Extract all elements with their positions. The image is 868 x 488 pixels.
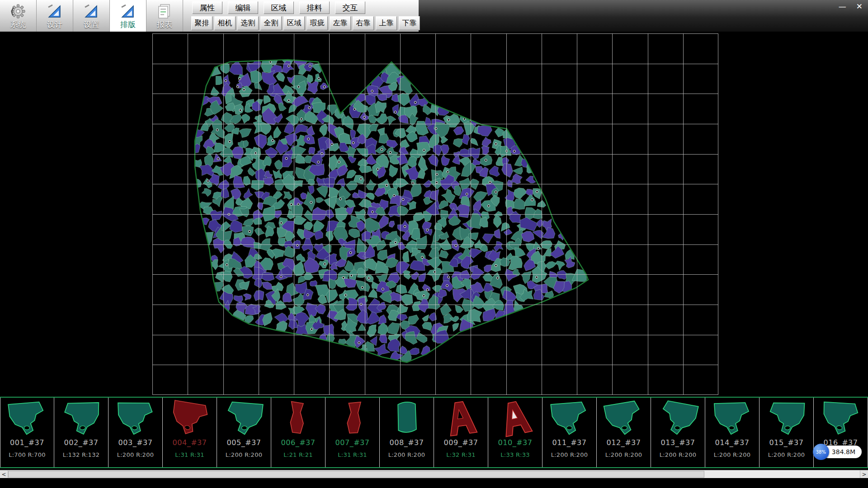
nested-pieces xyxy=(190,54,587,364)
part-thumbnail[interactable]: 001_#37L:700 R:700 xyxy=(0,398,54,467)
part-name: 012_#37 xyxy=(607,438,641,447)
part-thumbnail[interactable]: 003_#37L:200 R:200 xyxy=(108,398,163,467)
tool-button-snap-bottom[interactable]: 下靠 xyxy=(399,16,420,30)
part-thumbnail[interactable]: 008_#37L:200 R:200 xyxy=(380,398,434,467)
tool-button-cluster-nest[interactable]: 聚排 xyxy=(191,16,212,30)
app-button-layout[interactable]: 排版 xyxy=(110,0,146,32)
part-quantity-stats: L:200 R:200 xyxy=(605,451,642,458)
part-thumbnail[interactable]: 014_#37L:200 R:200 xyxy=(705,398,760,467)
scroll-right-arrow-icon[interactable]: > xyxy=(860,470,868,478)
part-quantity-stats: L:21 R:21 xyxy=(283,451,313,458)
menu-tab-nesting[interactable]: 排料 xyxy=(299,1,330,14)
part-shape-boot-icon xyxy=(544,399,595,438)
part-quantity-stats: L:132 R:132 xyxy=(63,451,100,458)
part-shape-sock-icon xyxy=(327,399,378,438)
part-quantity-stats: L:31 R:31 xyxy=(175,451,204,458)
set-square-icon xyxy=(46,3,63,19)
menu-tab-region[interactable]: 区域 xyxy=(264,1,294,14)
tool-button-defect[interactable]: 瑕疵 xyxy=(307,16,328,30)
part-name: 011_#37 xyxy=(552,438,587,447)
tool-button-snap-right[interactable]: 右靠 xyxy=(353,16,374,30)
nesting-canvas[interactable] xyxy=(0,32,868,397)
part-shape-boot-icon xyxy=(652,399,704,438)
part-thumbnail[interactable]: 005_#37L:200 R:200 xyxy=(217,398,271,467)
close-button[interactable]: ✕ xyxy=(856,2,863,11)
part-name: 004_#37 xyxy=(173,438,207,447)
part-shape-letterA-icon xyxy=(435,399,487,438)
part-quantity-stats: L:200 R:200 xyxy=(714,451,751,458)
set-square-icon xyxy=(119,3,137,19)
part-thumbnail[interactable]: 015_#37L:200 R:200 xyxy=(760,398,814,467)
app-button-label: 设计 xyxy=(47,20,62,29)
part-thumbnail[interactable]: 007_#37L:31 R:31 xyxy=(326,398,380,467)
part-name: 014_#37 xyxy=(715,438,750,447)
part-quantity-stats: L:33 R:33 xyxy=(500,451,530,458)
part-quantity-stats: L:200 R:200 xyxy=(660,451,697,458)
part-thumbnail[interactable]: 004_#37L:31 R:31 xyxy=(163,398,217,467)
part-thumbnail[interactable]: 009_#37L:32 R:31 xyxy=(434,398,488,467)
part-quantity-stats: L:31 R:31 xyxy=(338,451,367,458)
app-button-report[interactable]: 报表 xyxy=(146,0,183,32)
part-quantity-stats: L:32 R:31 xyxy=(446,451,476,458)
part-thumbnail[interactable]: 006_#37L:21 R:21 xyxy=(271,398,326,467)
part-thumbnail[interactable]: 011_#37L:200 R:200 xyxy=(542,398,597,467)
tool-button-select-cut[interactable]: 选割 xyxy=(237,16,259,30)
set-square-icon xyxy=(83,3,100,19)
tool-button-row: 聚排相机选割全割区域瑕疵左靠右靠上靠下靠 xyxy=(191,16,420,30)
scroll-left-arrow-icon[interactable]: < xyxy=(0,470,8,478)
window-controls: — ✕ xyxy=(839,2,863,11)
tool-button-snap-top[interactable]: 上靠 xyxy=(376,16,397,30)
ribbon-dark-area xyxy=(419,0,868,32)
part-quantity-stats: L:200 R:200 xyxy=(226,451,263,458)
part-name: 007_#37 xyxy=(335,438,370,447)
part-quantity-stats: L:200 R:200 xyxy=(117,451,154,458)
part-thumbnail[interactable]: 002_#37L:132 R:132 xyxy=(54,398,108,467)
tool-button-region[interactable]: 区域 xyxy=(283,16,305,30)
menu-tab-edit[interactable]: 编辑 xyxy=(228,1,258,14)
part-name: 015_#37 xyxy=(769,438,804,447)
app-button-label: 排版 xyxy=(120,20,136,29)
tool-button-camera[interactable]: 相机 xyxy=(214,16,236,30)
part-shape-boot-icon xyxy=(218,399,270,438)
part-name: 009_#37 xyxy=(444,438,478,447)
app-button-settings[interactable]: 设置 xyxy=(73,0,110,32)
menu-tab-properties[interactable]: 属性 xyxy=(192,1,222,14)
ribbon: 系统设计设置排版报表 属性编辑区域排料交互 聚排相机选割全割区域瑕疵左靠右靠上靠… xyxy=(0,0,868,32)
app-button-system[interactable]: 系统 xyxy=(0,0,37,32)
part-name: 006_#37 xyxy=(281,438,316,447)
app-button-label: 报表 xyxy=(157,20,172,29)
app-button-label: 系统 xyxy=(10,20,26,29)
part-thumbnail[interactable]: 012_#37L:200 R:200 xyxy=(597,398,651,467)
part-name: 013_#37 xyxy=(661,438,695,447)
part-quantity-stats: L:200 R:200 xyxy=(388,451,425,458)
part-shape-boot-icon xyxy=(56,399,107,438)
app-button-label: 设置 xyxy=(84,20,99,29)
part-shape-boot-icon xyxy=(110,399,161,438)
tool-button-snap-left[interactable]: 左靠 xyxy=(330,16,351,30)
part-name: 001_#37 xyxy=(10,438,44,447)
part-name: 008_#37 xyxy=(390,438,424,447)
part-thumbnail[interactable]: 013_#37L:200 R:200 xyxy=(651,398,705,467)
report-icon xyxy=(156,3,173,19)
part-shape-boot-icon xyxy=(761,399,812,438)
app-buttons: 系统设计设置排版报表 xyxy=(0,0,183,32)
part-name: 002_#37 xyxy=(64,438,99,447)
menu-tab-interact[interactable]: 交互 xyxy=(335,1,365,14)
scrollbar-thumb[interactable] xyxy=(8,471,704,478)
minimize-button[interactable]: — xyxy=(839,2,846,11)
menu-tab-row: 属性编辑区域排料交互 xyxy=(192,1,365,14)
part-shape-boot-icon xyxy=(1,399,53,438)
part-shape-column-icon xyxy=(381,399,433,438)
part-shape-boot-icon xyxy=(707,399,758,438)
tool-button-cut-all[interactable]: 全割 xyxy=(260,16,282,30)
gear-icon xyxy=(9,3,27,19)
status-badge: 38% 384.8M xyxy=(813,444,862,460)
part-quantity-stats: L:700 R:700 xyxy=(9,451,46,458)
app-button-design[interactable]: 设计 xyxy=(37,0,73,32)
part-shape-boot-icon xyxy=(164,399,216,438)
part-name: 003_#37 xyxy=(118,438,153,447)
part-shape-boot-icon xyxy=(598,399,650,438)
horizontal-scrollbar[interactable]: < > xyxy=(0,470,868,478)
part-thumbnail[interactable]: 010_#37L:33 R:33 xyxy=(488,398,542,467)
part-shape-letterA-icon xyxy=(490,399,541,438)
